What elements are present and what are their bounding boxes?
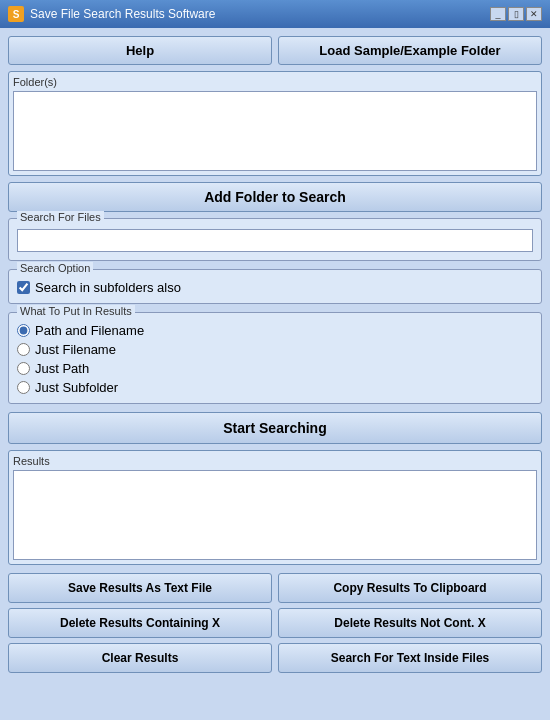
main-content: Help Load Sample/Example Folder Folder(s… bbox=[0, 28, 550, 681]
title-controls: _ ▯ ✕ bbox=[490, 7, 542, 21]
results-label: Results bbox=[13, 455, 537, 467]
results-panel: Results bbox=[8, 450, 542, 565]
title-bar-left: S Save File Search Results Software bbox=[8, 6, 215, 22]
radio-just-path-label: Just Path bbox=[35, 361, 89, 376]
search-subfolders-row: Search in subfolders also bbox=[17, 280, 533, 295]
bottom-buttons: Save Results As Text File Copy Results T… bbox=[8, 573, 542, 673]
copy-results-button[interactable]: Copy Results To Clipboard bbox=[278, 573, 542, 603]
save-results-button[interactable]: Save Results As Text File bbox=[8, 573, 272, 603]
search-option-legend: Search Option bbox=[17, 262, 93, 274]
add-folder-button[interactable]: Add Folder to Search bbox=[8, 182, 542, 212]
search-subfolders-checkbox[interactable] bbox=[17, 281, 30, 294]
folders-list[interactable] bbox=[13, 91, 537, 171]
minimize-button[interactable]: _ bbox=[490, 7, 506, 21]
results-options-legend: What To Put In Results bbox=[17, 305, 135, 317]
radio-just-path[interactable] bbox=[17, 362, 30, 375]
app-icon: S bbox=[8, 6, 24, 22]
results-options-panel: What To Put In Results Path and Filename… bbox=[8, 312, 542, 404]
radio-just-subfolder-label: Just Subfolder bbox=[35, 380, 118, 395]
radio-just-filename-label: Just Filename bbox=[35, 342, 116, 357]
radio-row-0: Path and Filename bbox=[17, 323, 533, 338]
radio-path-filename[interactable] bbox=[17, 324, 30, 337]
bottom-btn-row-2: Delete Results Containing X Delete Resul… bbox=[8, 608, 542, 638]
search-text-inside-button[interactable]: Search For Text Inside Files bbox=[278, 643, 542, 673]
start-searching-button[interactable]: Start Searching bbox=[8, 412, 542, 444]
load-sample-button[interactable]: Load Sample/Example Folder bbox=[278, 36, 542, 65]
bottom-btn-row-1: Save Results As Text File Copy Results T… bbox=[8, 573, 542, 603]
radio-path-filename-label: Path and Filename bbox=[35, 323, 144, 338]
folders-panel: Folder(s) bbox=[8, 71, 542, 176]
title-bar: S Save File Search Results Software _ ▯ … bbox=[0, 0, 550, 28]
radio-row-1: Just Filename bbox=[17, 342, 533, 357]
help-button[interactable]: Help bbox=[8, 36, 272, 65]
radio-row-3: Just Subfolder bbox=[17, 380, 533, 395]
restore-button[interactable]: ▯ bbox=[508, 7, 524, 21]
delete-results-containing-button[interactable]: Delete Results Containing X bbox=[8, 608, 272, 638]
search-for-files-panel: Search For Files bbox=[8, 218, 542, 261]
search-for-files-legend: Search For Files bbox=[17, 211, 104, 223]
close-button[interactable]: ✕ bbox=[526, 7, 542, 21]
folders-label: Folder(s) bbox=[13, 76, 537, 88]
top-button-row: Help Load Sample/Example Folder bbox=[8, 36, 542, 65]
radio-row-2: Just Path bbox=[17, 361, 533, 376]
search-option-panel: Search Option Search in subfolders also bbox=[8, 269, 542, 304]
title-text: Save File Search Results Software bbox=[30, 7, 215, 21]
search-subfolders-label: Search in subfolders also bbox=[35, 280, 181, 295]
delete-results-not-containing-button[interactable]: Delete Results Not Cont. X bbox=[278, 608, 542, 638]
results-list[interactable] bbox=[13, 470, 537, 560]
search-for-files-input[interactable] bbox=[17, 229, 533, 252]
radio-just-filename[interactable] bbox=[17, 343, 30, 356]
bottom-btn-row-3: Clear Results Search For Text Inside Fil… bbox=[8, 643, 542, 673]
results-radio-group: Path and Filename Just Filename Just Pat… bbox=[17, 323, 533, 395]
clear-results-button[interactable]: Clear Results bbox=[8, 643, 272, 673]
radio-just-subfolder[interactable] bbox=[17, 381, 30, 394]
